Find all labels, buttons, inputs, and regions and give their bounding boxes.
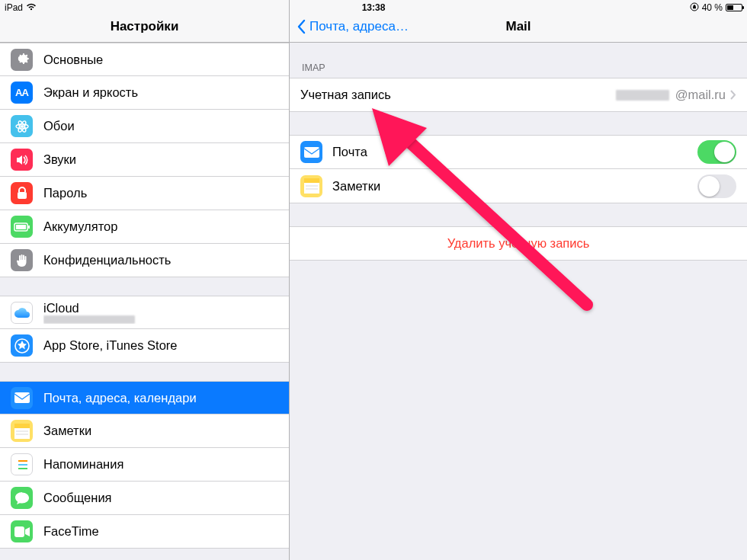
icloud-account-redacted (43, 315, 135, 324)
svg-point-1 (21, 125, 24, 128)
sidebar-item-privacy[interactable]: Конфиденциальность (0, 244, 289, 277)
account-label: Учетная запись (300, 88, 391, 102)
service-row-mail_svc: Почта (290, 135, 747, 169)
svg-rect-7 (16, 225, 26, 229)
sidebar-item-appstore[interactable]: App Store, iTunes Store (0, 329, 289, 363)
detail-pane: Почта, адреса… Mail IMAP Учетная запись … (290, 0, 747, 560)
sidebar-item-passcode[interactable]: Пароль (0, 177, 289, 210)
sidebar-list[interactable]: ОсновныеAAЭкран и яркостьОбоиЗвукиПароль… (0, 43, 289, 560)
sidebar-item-label: Экран и яркость (43, 85, 281, 100)
svg-rect-11 (14, 424, 30, 428)
settings-sidebar: Настройки ОсновныеAAЭкран и яркостьОбоиЗ… (0, 0, 290, 560)
notes-icon (300, 175, 322, 197)
svg-rect-19 (14, 526, 24, 537)
sidebar-item-icloud[interactable]: iCloud (0, 296, 289, 329)
service-label: Заметки (332, 179, 380, 194)
sidebar-item-label: Обои (43, 119, 281, 133)
battery-percent: 40 % (702, 2, 723, 13)
sidebar-item-messages[interactable]: Сообщения (0, 482, 289, 515)
status-time: 13:38 (362, 2, 386, 13)
services-group: ПочтаЗаметки (290, 135, 747, 203)
wifi-icon (26, 2, 37, 13)
message-icon (11, 487, 33, 509)
sidebar-item-wallpaper[interactable]: Обои (0, 110, 289, 143)
sidebar-item-label: Почта, адреса, календари (43, 391, 281, 405)
sidebar-item-label: Конфиденциальность (43, 253, 281, 267)
sidebar-title: Настройки (111, 19, 179, 34)
toggle-mail_svc[interactable] (697, 140, 736, 164)
back-label: Почта, адреса… (309, 19, 409, 34)
svg-rect-22 (304, 183, 319, 194)
account-row[interactable]: Учетная запись @mail.ru (290, 78, 747, 112)
service-label: Почта (332, 145, 367, 159)
status-bar: iPad 13:38 40 % (0, 0, 747, 15)
sidebar-item-sounds[interactable]: Звуки (0, 143, 289, 177)
sidebar-item-label: Аккумулятор (43, 219, 281, 234)
lock-icon (11, 182, 33, 204)
appstore-icon (11, 334, 33, 357)
gear-icon (11, 49, 33, 71)
chevron-left-icon (296, 19, 306, 34)
battery-icon (11, 216, 33, 238)
imap-section-header: IMAP (290, 43, 747, 78)
AA-icon: AA (11, 82, 33, 104)
speaker-icon (11, 149, 33, 171)
sidebar-item-label: Основные (43, 53, 281, 67)
svg-rect-21 (304, 178, 319, 183)
sidebar-item-label: Пароль (43, 186, 281, 200)
video-icon (11, 520, 33, 542)
sidebar-item-facetime[interactable]: FaceTime (0, 515, 289, 549)
account-value: @mail.ru (675, 88, 726, 102)
sidebar-item-notes[interactable]: Заметки (0, 414, 289, 448)
toggle-notes_svc[interactable] (697, 174, 736, 198)
sidebar-item-label: Звуки (43, 152, 281, 167)
mail-icon (300, 141, 322, 163)
sidebar-item-label: FaceTime (43, 524, 281, 539)
reminders-icon (11, 453, 33, 475)
svg-rect-20 (304, 147, 319, 158)
sidebar-item-label: Напоминания (43, 457, 281, 472)
sidebar-item-label: App Store, iTunes Store (43, 338, 281, 353)
sidebar-item-battery[interactable]: Аккумулятор (0, 210, 289, 244)
svg-rect-5 (18, 192, 27, 199)
sidebar-item-mail[interactable]: Почта, адреса, календари (0, 381, 289, 414)
sidebar-item-display[interactable]: AAЭкран и яркость (0, 76, 289, 110)
notes-icon (11, 420, 33, 442)
delete-label: Удалить учетную запись (447, 236, 590, 251)
account-value-redacted (616, 90, 669, 101)
cloud-icon (11, 302, 33, 324)
svg-rect-8 (28, 226, 30, 229)
battery-icon (726, 4, 742, 11)
orientation-lock-icon (690, 2, 699, 14)
hand-icon (11, 249, 33, 271)
flower-icon (11, 115, 33, 137)
sidebar-item-reminders[interactable]: Напоминания (0, 448, 289, 482)
sidebar-item-general[interactable]: Основные (0, 43, 289, 76)
sidebar-item-label: iCloud (43, 301, 281, 315)
sidebar-item-label: Сообщения (43, 491, 281, 505)
chevron-right-icon (730, 90, 736, 100)
svg-rect-12 (14, 428, 30, 439)
service-row-notes_svc: Заметки (290, 169, 747, 203)
detail-title: Mail (505, 19, 531, 34)
back-button[interactable]: Почта, адреса… (296, 19, 409, 34)
delete-account-button[interactable]: Удалить учетную запись (290, 226, 747, 261)
device-label: iPad (5, 2, 23, 13)
svg-rect-10 (14, 392, 30, 403)
mail-icon (11, 387, 33, 409)
sidebar-item-label: Заметки (43, 424, 281, 438)
detail-content: IMAP Учетная запись @mail.ru ПочтаЗаметк… (290, 43, 747, 560)
